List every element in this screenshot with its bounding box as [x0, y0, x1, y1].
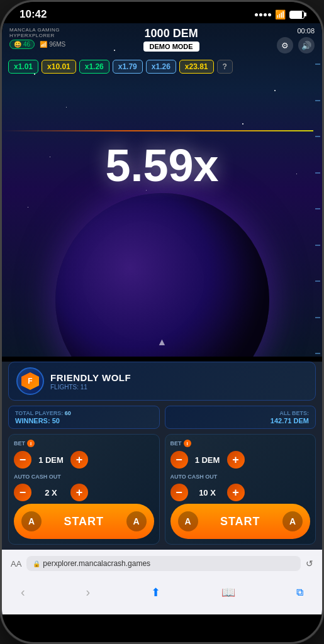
forward-button[interactable]: › — [80, 582, 97, 602]
bet2-row: BET i — [170, 440, 311, 447]
bet2-start-button[interactable]: A START A — [170, 504, 311, 539]
top-icons: ⚙ 🔊 — [277, 37, 315, 53]
phone-inner: 10:42 📶 — [2, 2, 322, 642]
winners-label: WINNERS: — [15, 417, 50, 425]
stats-row: TOTAL PLAYERS: 60 WINNERS: 50 ALL BETS: … — [8, 406, 316, 429]
bottom-nav: ‹ › ⬆ 📖 ⧉ — [2, 577, 322, 614]
bet2-auto-value: 10 X — [192, 488, 223, 497]
total-players-label: TOTAL PLAYERS: 60 — [15, 410, 153, 416]
mult-badge-2[interactable]: x1.26 — [79, 60, 109, 74]
bet2-increase-button[interactable]: + — [227, 451, 245, 469]
reload-icon[interactable]: ↺ — [306, 558, 313, 569]
tabs-button[interactable]: ⧉ — [290, 584, 310, 601]
winners-value: WINNERS: 50 — [15, 417, 153, 425]
mult-badge-3[interactable]: x1.79 — [113, 60, 143, 74]
player-badge: 😀 46 — [9, 40, 35, 49]
signal-dot-2 — [259, 13, 262, 16]
bet1-auto-decrease-button[interactable]: − — [14, 484, 31, 501]
bet1-auto-value: 2 X — [35, 488, 67, 497]
url-bar[interactable]: 🔒 perxplorer.mancalacrash.games — [26, 556, 301, 571]
game-area: MANCALA GAMING HYPERXPLORER 😀 46 📶 96MS — [2, 23, 322, 357]
bookmarks-button[interactable]: 📖 — [215, 583, 242, 602]
winners-count: 50 — [52, 417, 60, 425]
bet2-decrease-button[interactable]: − — [170, 451, 188, 469]
status-time: 10:42 — [20, 8, 47, 21]
star — [274, 90, 276, 91]
bet1-start-text: START — [42, 515, 126, 528]
balance-amount: 1000 DEM — [145, 27, 198, 40]
signal-dot-4 — [268, 13, 271, 16]
main-multiplier: 5.59x — [2, 140, 322, 191]
lock-icon: 🔒 — [33, 560, 40, 567]
phone-frame: 10:42 📶 — [0, 0, 324, 644]
mult-badge-5[interactable]: x23.81 — [179, 60, 214, 74]
wifi-icon: 📶 — [275, 9, 286, 19]
sound-button[interactable]: 🔊 — [298, 37, 315, 53]
graph-tick — [315, 353, 320, 354]
graph-tick — [315, 208, 320, 209]
player-info: 😀 46 📶 96MS — [9, 40, 65, 49]
settings-button[interactable]: ⚙ — [277, 37, 293, 53]
bet2-value: 1 DEM — [192, 455, 223, 465]
bet2-auto-symbol: A — [184, 516, 191, 526]
url-text: perxplorer.mancalacrash.games — [43, 559, 150, 568]
back-button[interactable]: ‹ — [14, 582, 31, 602]
graph-lines — [313, 61, 322, 357]
demo-badge: DEMO MODE — [143, 42, 199, 52]
top-right: 00:08 ⚙ 🔊 — [277, 27, 315, 53]
battery-icon — [289, 11, 304, 19]
bet2-auto-label: AUTO CASH OUT — [170, 474, 218, 480]
bet1-increase-button[interactable]: + — [70, 451, 88, 469]
bet1-auto-circle: A — [21, 511, 42, 531]
bet-panels: BET i − 1 DEM + AUTO CASH OUT − 2 X — [8, 434, 316, 545]
bet2-auto-decrease-button[interactable]: − — [170, 484, 188, 501]
multiplier-row: x1.01 x10.01 x1.26 x1.79 x1.26 x23.81 ? — [2, 57, 322, 76]
graph-tick — [315, 317, 320, 318]
avatar-hex: F — [21, 372, 39, 390]
bet1-auto-row: AUTO CASH OUT — [14, 474, 154, 480]
graph-tick — [315, 100, 320, 101]
bet2-info-icon[interactable]: i — [184, 440, 191, 447]
mult-badge-6[interactable]: ? — [217, 60, 233, 74]
all-bets-value: 142.71 DEM — [172, 417, 310, 425]
bet2-auto-increase-button[interactable]: + — [227, 484, 245, 501]
latency: 📶 96MS — [40, 41, 65, 48]
bet1-controls: − 1 DEM + — [14, 451, 154, 469]
share-button[interactable]: ⬆ — [145, 583, 167, 602]
stat-box-bets: ALL BETS: 142.71 DEM — [165, 406, 316, 429]
mult-badge-1[interactable]: x10.01 — [42, 60, 76, 74]
mult-badge-4[interactable]: x1.26 — [146, 60, 176, 74]
latency-value: 96MS — [49, 41, 65, 48]
mult-badge-0[interactable]: x1.01 — [8, 60, 38, 74]
signal-dot-3 — [264, 13, 267, 16]
battery-fill — [290, 11, 302, 18]
star — [28, 207, 28, 208]
top-bar: MANCALA GAMING HYPERXPLORER 😀 46 📶 96MS — [2, 23, 322, 57]
top-center: 1000 DEM DEMO MODE — [143, 27, 199, 52]
player-card: F FRIENDLY WOLF FLIGHTS: 11 — [8, 362, 316, 401]
flights-label: FLIGHTS: — [50, 384, 79, 391]
bet1-start-button[interactable]: A START A — [14, 504, 154, 539]
player-info-block: FRIENDLY WOLF FLIGHTS: 11 — [50, 372, 308, 391]
bet1-info-icon[interactable]: i — [27, 440, 35, 447]
all-bets-label: ALL BETS: — [172, 410, 310, 416]
bet1-row: BET i — [14, 440, 154, 447]
signal-dot-1 — [255, 13, 258, 16]
laser-line — [2, 130, 313, 131]
bet-panel-1: BET i − 1 DEM + AUTO CASH OUT − 2 X — [8, 434, 160, 545]
graph-tick — [315, 136, 320, 137]
bet1-auto-increase-button[interactable]: + — [70, 484, 88, 501]
bet1-decrease-button[interactable]: − — [14, 451, 31, 469]
bet1-label: BET i — [14, 440, 35, 447]
signal-dots — [255, 13, 271, 16]
star — [66, 107, 67, 108]
bet2-auto-controls: − 10 X + — [170, 484, 311, 501]
aa-text[interactable]: AA — [11, 559, 21, 569]
bet2-controls: − 1 DEM + — [170, 451, 311, 469]
bottom-panel: F FRIENDLY WOLF FLIGHTS: 11 TOTAL PLAYER… — [2, 362, 322, 614]
bet2-auto-circle: A — [178, 511, 198, 531]
timer: 00:08 — [297, 27, 315, 35]
flights-value: 11 — [81, 384, 87, 391]
stat-box-players: TOTAL PLAYERS: 60 WINNERS: 50 — [8, 406, 160, 429]
bet2-start-text: START — [198, 515, 283, 528]
